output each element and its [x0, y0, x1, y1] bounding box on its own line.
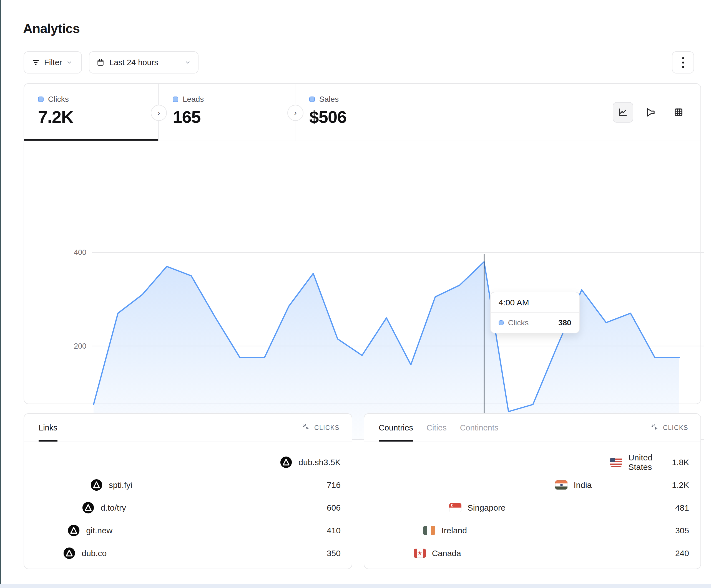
calendar-icon [96, 59, 104, 66]
link-list-item[interactable]: spti.fyi 716 [35, 477, 341, 493]
country-name: India [574, 480, 591, 490]
country-list-item[interactable]: United States 1.8K [374, 454, 689, 470]
table-view-button[interactable] [668, 102, 689, 122]
tooltip-series-value: 380 [558, 318, 572, 327]
cursor-click-icon [302, 424, 311, 432]
tab-continents[interactable]: Continents [460, 414, 499, 442]
dub-logo-icon [82, 501, 94, 514]
dub-logo-icon [90, 479, 103, 491]
tab-clicks[interactable]: Clicks 7.2K › [24, 84, 159, 141]
link-clicks-value: 410 [327, 526, 341, 535]
links-metric-label: CLICKS [314, 424, 340, 432]
link-domain: spti.fyi [109, 480, 132, 490]
chart-view-switcher [613, 84, 701, 141]
link-list-item[interactable]: git.new 410 [35, 523, 341, 538]
country-list-item[interactable]: Ireland 305 [374, 523, 689, 538]
line-chart-icon [618, 107, 628, 117]
sales-tab-value: $506 [309, 107, 432, 127]
cursor-click-icon [651, 424, 659, 432]
country-name: United States [628, 453, 672, 472]
countries-list: United States 1.8K India 1.2K Singapore … [364, 442, 701, 561]
country-name: Ireland [441, 526, 467, 535]
window-edge-strip [0, 0, 1, 588]
chevron-down-icon [185, 59, 191, 65]
tooltip-series-label: Clicks [508, 318, 529, 327]
country-list-item[interactable]: Canada 240 [374, 545, 689, 561]
table-grid-icon [673, 107, 684, 117]
stats-tabs: Clicks 7.2K › Leads 165 › Sales $506 [24, 84, 701, 141]
countries-panel-header: Countries Cities Continents CLICKS [364, 414, 701, 442]
date-range-label: Last 24 hours [109, 58, 158, 67]
links-list: dub.sh 3.5K spti.fyi 716 d.to/try 606 gi… [24, 442, 352, 561]
countries-metric-label: CLICKS [663, 424, 688, 432]
link-clicks-value: 3.5K [323, 458, 341, 467]
links-metric[interactable]: CLICKS [302, 414, 340, 442]
countries-panel: Countries Cities Continents CLICKS Unite… [364, 413, 701, 569]
tooltip-time: 4:00 AM [491, 292, 579, 313]
funnel-chart-icon [646, 107, 656, 117]
analytics-card: Clicks 7.2K › Leads 165 › Sales $506 [24, 83, 701, 404]
link-clicks-value: 606 [327, 503, 341, 513]
country-name: Canada [432, 549, 461, 558]
country-flag-icon [449, 503, 461, 512]
country-clicks-value: 240 [675, 549, 689, 558]
leads-legend-swatch [173, 96, 178, 102]
link-domain: dub.sh [298, 458, 323, 467]
country-flag-icon [414, 549, 426, 558]
more-options-button[interactable] [672, 51, 694, 73]
filter-icon [32, 59, 40, 66]
leads-tab-label: Leads [183, 95, 204, 104]
country-name: Singapore [468, 503, 505, 513]
filter-label: Filter [44, 58, 62, 67]
country-list-item[interactable]: India 1.2K [374, 477, 689, 493]
link-list-item[interactable]: d.to/try 606 [35, 500, 341, 516]
sales-legend-swatch [309, 96, 315, 102]
dub-logo-icon [280, 456, 292, 469]
country-clicks-value: 1.2K [672, 480, 689, 490]
clicks-legend-swatch [38, 96, 44, 102]
links-panel: Links CLICKS dub.sh 3.5K spti.fyi 716 d.… [24, 413, 352, 569]
kebab-menu-icon [682, 57, 684, 68]
link-clicks-value: 716 [327, 480, 341, 490]
country-clicks-value: 1.8K [672, 458, 689, 467]
tab-leads[interactable]: Leads 165 › [159, 84, 295, 141]
clicks-tab-value: 7.2K [38, 107, 158, 127]
leads-tab-value: 165 [173, 107, 295, 127]
link-clicks-value: 350 [327, 549, 341, 558]
tab-cities[interactable]: Cities [427, 414, 447, 442]
line-chart-view-button[interactable] [613, 102, 633, 122]
filter-button[interactable]: Filter [24, 51, 82, 73]
date-range-button[interactable]: Last 24 hours [89, 51, 198, 73]
link-list-item[interactable]: dub.co 350 [35, 545, 341, 561]
svg-text:400: 400 [74, 248, 86, 256]
country-clicks-value: 481 [675, 503, 689, 513]
chart-tooltip: 4:00 AM Clicks 380 [490, 292, 580, 333]
country-flag-icon [423, 526, 435, 535]
funnel-chart-view-button[interactable] [641, 102, 661, 122]
sales-tab-label: Sales [319, 95, 339, 104]
link-domain: git.new [86, 526, 112, 535]
tab-countries[interactable]: Countries [379, 414, 413, 442]
page-title: Analytics [23, 21, 80, 36]
chevron-down-icon [66, 59, 72, 65]
link-list-item[interactable]: dub.sh 3.5K [35, 454, 341, 470]
chevron-right-circle-icon[interactable]: › [151, 105, 167, 121]
chevron-right-circle-icon[interactable]: › [287, 105, 303, 121]
svg-text:200: 200 [74, 342, 86, 350]
dub-logo-icon [63, 547, 76, 560]
country-list-item[interactable]: Singapore 481 [374, 500, 689, 516]
links-panel-header: Links CLICKS [24, 414, 352, 442]
country-flag-icon [555, 480, 567, 490]
link-domain: dub.co [82, 549, 107, 558]
country-flag-icon [610, 458, 622, 467]
tab-links[interactable]: Links [39, 414, 58, 442]
link-domain: d.to/try [101, 503, 126, 513]
window-bottom-strip [0, 584, 711, 588]
dub-logo-icon [67, 524, 80, 537]
countries-metric[interactable]: CLICKS [651, 414, 688, 442]
tooltip-legend-swatch [499, 320, 503, 325]
clicks-tab-label: Clicks [48, 95, 69, 104]
country-clicks-value: 305 [675, 526, 689, 535]
tab-sales[interactable]: Sales $506 [295, 84, 432, 141]
